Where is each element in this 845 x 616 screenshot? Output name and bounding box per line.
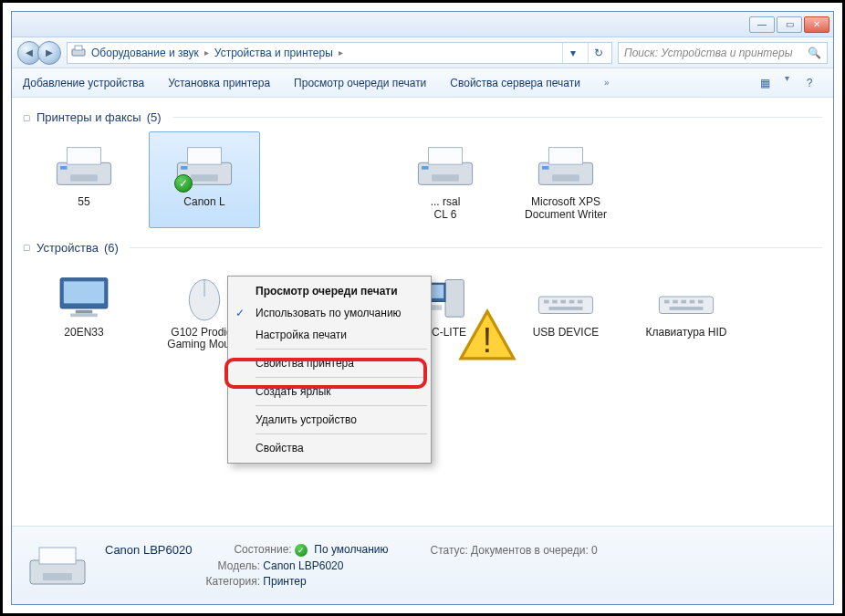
maximize-button[interactable]: ▭ (777, 16, 802, 33)
svg-rect-19 (549, 148, 583, 165)
nav-forward-button[interactable]: ► (37, 41, 61, 65)
svg-rect-4 (70, 174, 98, 181)
menu-separator (256, 377, 427, 378)
device-item[interactable]: 55 (28, 131, 140, 228)
svg-rect-41 (578, 299, 583, 303)
breadcrumb-item[interactable]: Устройства и принтеры (214, 47, 333, 59)
context-menu-item[interactable]: Удалить устройство (230, 409, 429, 431)
help-button[interactable]: ? (797, 73, 822, 93)
svg-rect-25 (70, 313, 98, 317)
close-button[interactable]: ✕ (804, 16, 829, 33)
svg-rect-44 (664, 299, 670, 303)
svg-rect-39 (560, 299, 566, 303)
statusbar: Canon LBP6020 Состояние: ✓ По умолчанию … (12, 526, 833, 604)
svg-rect-20 (552, 174, 579, 181)
titlebar: — ▭ ✕ (12, 12, 833, 37)
svg-rect-37 (544, 299, 549, 303)
menu-separator (256, 349, 427, 350)
toolbar-add-device[interactable]: Добавление устройства (23, 77, 144, 89)
status-key: Статус: (430, 544, 467, 557)
address-dropdown-button[interactable]: ▾ (562, 43, 582, 63)
devices-printers-icon (71, 44, 86, 61)
printer-icon (530, 138, 601, 194)
menu-item-label: Свойства (256, 442, 304, 454)
svg-rect-52 (43, 573, 72, 580)
context-menu-item[interactable]: Свойства (230, 437, 429, 459)
search-input[interactable]: Поиск: Устройства и принтеры 🔍 (618, 42, 828, 64)
status-title: Canon LBP6020 (105, 543, 192, 557)
device-label: Microsoft XPS Document Writer (513, 196, 619, 222)
svg-rect-46 (681, 299, 686, 303)
svg-rect-23 (64, 281, 104, 303)
toolbar-overflow-button[interactable]: » (604, 78, 610, 88)
search-placeholder: Поиск: Устройства и принтеры (624, 47, 792, 59)
toolbar-print-queue[interactable]: Просмотр очереди печати (294, 77, 426, 89)
device-item[interactable]: 20EN33 (28, 262, 140, 359)
svg-rect-2 (57, 162, 110, 184)
device-item[interactable]: Клавиатура HID (631, 262, 742, 359)
context-menu-item[interactable]: Настройка печати (230, 324, 429, 346)
view-mode-button[interactable]: ▦ (752, 73, 777, 93)
status-key: Состояние: (234, 543, 291, 556)
svg-text:!: ! (483, 320, 493, 360)
svg-rect-42 (549, 307, 583, 310)
svg-rect-1 (75, 46, 82, 50)
status-value: Документов в очереди: 0 (471, 544, 598, 557)
device-item[interactable]: ✓Canon L (149, 131, 260, 228)
svg-rect-3 (68, 148, 101, 165)
menu-item-label: Свойства принтера (256, 357, 354, 370)
group-header-devices[interactable]: ▢ Устройства (6) (23, 241, 822, 255)
svg-rect-49 (670, 307, 704, 310)
content-area: ▢ Принтеры и факсы (5) 55✓Canon L... rsa… (12, 98, 833, 526)
svg-rect-7 (188, 148, 222, 165)
keyboard-icon (651, 268, 722, 325)
refresh-button[interactable]: ↻ (588, 43, 608, 63)
svg-rect-45 (673, 299, 678, 303)
svg-rect-47 (690, 299, 695, 303)
svg-rect-9 (181, 166, 187, 170)
divider (130, 247, 822, 248)
device-label: 20EN33 (64, 327, 103, 339)
collapse-icon: ▢ (23, 243, 31, 252)
toolbar-add-printer[interactable]: Установка принтера (168, 77, 270, 89)
context-menu-item[interactable]: ✓Использовать по умолчанию (230, 302, 429, 324)
status-value: Принтер (263, 575, 306, 588)
context-menu-item[interactable]: Создать ярлык (230, 381, 429, 402)
printer-icon: ✓ (169, 138, 240, 194)
context-menu-item[interactable]: Свойства принтера (230, 352, 429, 374)
menu-separator (256, 405, 427, 406)
breadcrumb-item[interactable]: Оборудование и звук (91, 47, 199, 59)
device-label: USB DEVICE (533, 327, 600, 339)
menu-item-label: Настройка печати (256, 329, 347, 341)
group-title: Устройства (37, 241, 99, 255)
toolbar-server-props[interactable]: Свойства сервера печати (450, 77, 580, 89)
address-bar[interactable]: Оборудование и звук ▸ Устройства и принт… (67, 42, 612, 64)
svg-rect-5 (60, 166, 67, 170)
warning-icon: ! (454, 308, 472, 325)
device-item[interactable]: USB DEVICE (510, 262, 621, 359)
svg-rect-38 (552, 299, 558, 303)
group-title: Принтеры и факсы (37, 110, 141, 124)
check-icon: ✓ (235, 307, 245, 319)
device-label: 55 (78, 196, 89, 209)
svg-rect-36 (538, 297, 592, 314)
device-label: Canon L (183, 196, 224, 209)
minimize-button[interactable]: — (749, 16, 775, 33)
status-key: Модель: (105, 559, 260, 572)
printers-grid: 55✓Canon L... rsal CL 6Microsoft XPS Doc… (23, 131, 822, 228)
device-item[interactable]: Microsoft XPS Document Writer (510, 131, 621, 228)
svg-rect-15 (429, 148, 463, 165)
divider (172, 117, 822, 118)
monitor-icon (48, 268, 120, 325)
search-icon: 🔍 (808, 47, 821, 59)
context-menu-item[interactable]: Просмотр очереди печати (230, 280, 429, 302)
svg-rect-51 (39, 548, 76, 564)
collapse-icon: ▢ (23, 113, 31, 122)
svg-rect-21 (542, 166, 548, 170)
check-icon: ✓ (295, 544, 308, 557)
printer-icon (48, 138, 120, 194)
device-item[interactable]: ... rsal CL 6 (390, 131, 501, 228)
group-header-printers[interactable]: ▢ Принтеры и факсы (5) (23, 110, 822, 124)
status-thumbnail (25, 538, 90, 593)
group-count: (5) (147, 110, 162, 124)
